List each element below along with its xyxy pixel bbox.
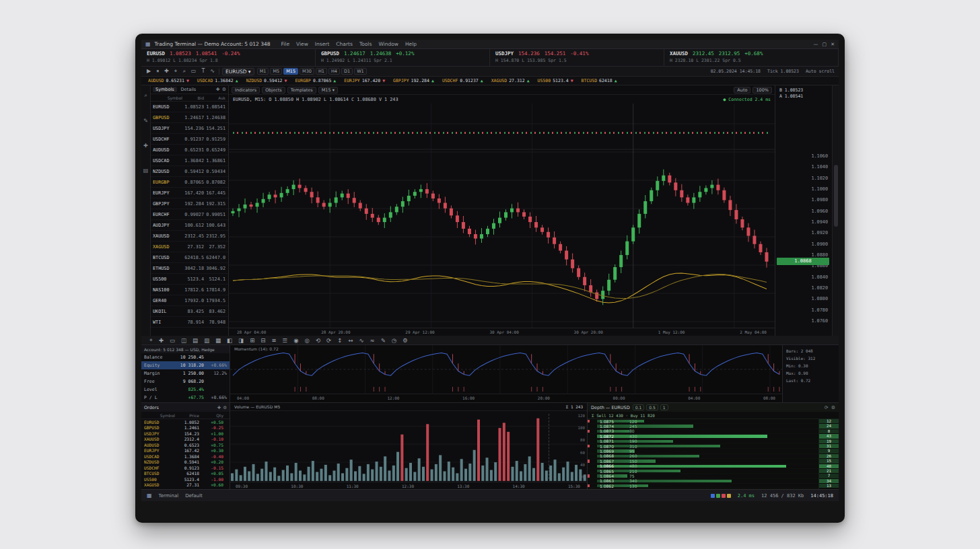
ticker-item[interactable]: BTCUSD62418▲ [582,78,617,83]
play-icon[interactable]: ▶ [145,68,152,75]
order-row[interactable]: US5005123.4-1.00 [141,476,230,482]
quote-panel[interactable]: EURUSD1.085231.08541-0.24%H 1.09012 L 1.… [141,49,316,66]
depth-lots-cell[interactable]: 48 [819,464,839,469]
order-row[interactable]: EURJPY167.42+0.30 [141,448,230,454]
scrollbar-thumb[interactable] [834,165,838,227]
text-tool-icon[interactable]: T [200,68,206,75]
menu-item[interactable]: Tools [358,41,373,47]
menu-item[interactable]: View [295,41,310,47]
order-row[interactable]: USDCAD1.3684-0.40 [141,453,230,460]
rectangle-icon[interactable]: ▭ [170,337,175,344]
watchlist-row[interactable]: GBPUSD1.246171.24638 [151,112,228,123]
depth-lots-cell[interactable]: 19 [819,439,839,444]
pause-icon[interactable]: ⏸ [155,68,160,75]
menu-item[interactable]: Insert [314,41,331,47]
depth-lots-cell[interactable]: 15 [819,459,839,464]
quote-panel[interactable]: XAUUSD2312.452312.95+0.68%H 2328.10 L 23… [664,49,839,66]
chart-tool-button[interactable]: Objects [262,87,285,94]
refresh-icon[interactable]: ⟳ [825,405,829,410]
depth-lots-cell[interactable]: 7 [819,474,839,478]
timeframe-button-d1[interactable]: D1 [341,68,353,75]
menu-item[interactable]: Window [377,41,400,47]
timeframe-button-m30[interactable]: M30 [300,68,314,75]
smooth-icon[interactable]: ≈ [370,337,375,344]
timeframe-dropdown[interactable]: M15 ▾ [318,87,338,94]
volume-panel[interactable]: Volume — EURUSD M5 Σ 1 243 1201008060402… [230,403,587,489]
depth-step-button[interactable]: 0.5 [646,404,658,410]
wave-tool-icon[interactable]: ∿ [209,68,216,75]
ticker-item[interactable]: GBPJPY192.284▲ [393,78,434,83]
zoom-out-icon[interactable]: ⊟ [260,337,265,344]
watchlist-row[interactable]: USDJPY154.236154.251 [151,123,228,134]
settings-icon[interactable]: ⚙ [223,405,227,410]
record-icon[interactable]: ◉ [293,337,298,344]
depth-lots-cell[interactable]: 13 [819,484,839,488]
depth-lots-cell[interactable]: 24 [819,424,839,429]
watchlist-row[interactable]: EURJPY167.420167.445 [151,188,228,198]
depth-row[interactable]: 1.0862130 [588,484,818,488]
depth-lots-cell[interactable]: 31 [819,444,839,449]
timeframe-button-h4[interactable]: H4 [328,68,340,75]
panel-right-icon[interactable]: ◨ [238,337,244,344]
candlestick-chart[interactable] [229,104,775,328]
depth-lots-cell[interactable]: 9 [819,449,839,453]
menu-item[interactable]: Help [404,41,418,47]
watchlist-row[interactable]: GBPJPY192.284192.315 [151,198,228,209]
watchlist-tab[interactable]: Details [178,87,199,92]
new-order-icon[interactable]: ✚ [217,405,221,410]
watchlist-tab[interactable]: Symbols [153,87,177,92]
settings-icon[interactable]: ⚙ [222,87,226,92]
order-row[interactable]: BTCUSD62418+0.05 [141,471,230,477]
depth-step-button[interactable]: 0.1 [633,404,645,410]
rectangle-tool-icon[interactable]: ▭ [190,68,198,75]
account-row[interactable]: Margin1 250.0012.2% [141,369,230,377]
zoom-in-icon[interactable]: ⊞ [250,337,254,344]
wave-icon[interactable]: ∿ [359,337,363,344]
menu-item[interactable]: File [279,41,291,47]
crosshair-icon[interactable]: ⌖ [173,68,179,75]
ticker-item[interactable]: US5005123.4▼ [538,78,573,83]
watchlist-row[interactable]: ETHUSD3042.183046.92 [151,263,228,274]
watchlist-row[interactable]: US5005123.45124.1 [151,274,228,285]
indicator-panel[interactable]: Momentum (14): 0.72 04:0008:0012:0016:00… [230,345,782,402]
order-row[interactable]: NZDUSD0.5941+0.20 [141,460,230,466]
watchlist-row[interactable]: XAGUSD27.31227.352 [151,242,228,252]
horizontal-scale-icon[interactable]: ↔ [348,337,353,344]
symbol-select[interactable]: EURUSD ▾ [222,68,254,75]
add-icon[interactable]: ✚ [159,337,164,344]
watchlist-row[interactable]: NZDUSD0.594120.59434 [151,166,228,177]
order-row[interactable]: USDCHF0.9123-0.15 [141,465,230,471]
depth-lots-cell[interactable]: 43 [819,434,839,439]
close-button[interactable]: ✕ [831,42,835,47]
timeframe-button-h1[interactable]: H1 [316,68,327,75]
ticker-item[interactable]: EURGBP0.87065▲ [295,78,336,83]
depth-lots-cell[interactable]: 12 [819,419,839,424]
list-icon[interactable]: ≡ [271,337,276,344]
chart-option-button[interactable]: 100% [753,87,772,94]
watchlist-row[interactable]: NAS10017812.617814.9 [151,285,228,295]
rows-icon[interactable]: ▤ [193,337,198,344]
watchlist-row[interactable]: XAUUSD2312.452312.95 [151,231,228,242]
watchlist-row[interactable]: WTI78.91478.948 [151,317,228,328]
timeframe-button-w1[interactable]: W1 [354,68,367,75]
watchlist-row[interactable]: AUDJPY100.612100.643 [151,220,228,231]
list-icon[interactable]: ▤ [143,168,149,174]
add-icon[interactable]: ✚ [143,143,148,149]
ticker-item[interactable]: XAGUSD27.312▲ [491,78,530,83]
account-row[interactable]: Equity10 318.20+0.66% [141,361,230,369]
account-row[interactable]: Balance10 250.45 [141,353,230,361]
vertical-scale-icon[interactable]: ↕ [337,337,342,344]
crosshair-icon[interactable]: ⌖ [149,336,153,344]
undo-icon[interactable]: ⟲ [316,337,320,344]
panel-left-icon[interactable]: ◧ [227,337,232,344]
split-view-icon[interactable]: ◫ [181,337,186,344]
depth-lots-cell[interactable]: 8 [819,429,839,434]
chart-tool-button[interactable]: Templates [287,87,316,94]
watchlist-row[interactable]: USDCAD1.368421.36861 [151,155,228,166]
watchlist-row[interactable]: EURCHF0.990270.99051 [151,209,228,220]
timeframe-button-m1[interactable]: M1 [257,68,269,75]
watchlist-row[interactable]: BTCUSD62418.562447.0 [151,252,228,263]
order-row[interactable]: AUDUSD0.6523+0.75 [141,442,230,448]
depth-lots-cell[interactable]: 21 [819,469,839,474]
watchlist-row[interactable]: EURGBP0.870650.87082 [151,177,228,188]
